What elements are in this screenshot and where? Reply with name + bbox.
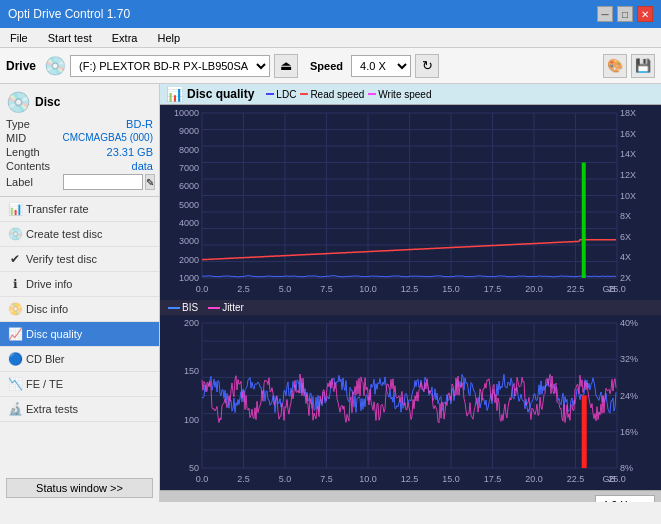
disc-quality-header-icon: 📊 (166, 86, 183, 102)
label-input[interactable] (63, 174, 143, 190)
chart2-legend-bar: BIS Jitter (160, 300, 661, 315)
fe-te-icon: 📉 (8, 377, 22, 391)
ldc-legend-label: LDC (276, 89, 296, 100)
verify-test-disc-icon: ✔ (8, 252, 22, 266)
extra-tests-label: Extra tests (26, 403, 78, 415)
drive-info-icon: ℹ (8, 277, 22, 291)
nav-menu: 📊 Transfer rate 💿 Create test disc ✔ Ver… (0, 197, 159, 474)
drive-icon: 💿 (44, 55, 66, 77)
drive-label: Drive (6, 59, 36, 73)
nav-item-extra-tests[interactable]: 🔬 Extra tests (0, 397, 159, 422)
nav-item-transfer-rate[interactable]: 📊 Transfer rate (0, 197, 159, 222)
minimize-btn[interactable]: ─ (597, 6, 613, 22)
titlebar: Opti Drive Control 1.70 ─ □ ✕ (0, 0, 661, 28)
menu-help[interactable]: Help (151, 31, 186, 45)
disc-quality-label: Disc quality (26, 328, 82, 340)
drive-select[interactable]: (F:) PLEXTOR BD-R PX-LB950SA 1.06 (70, 55, 270, 77)
speed-select-stats[interactable]: 4.0 X (595, 495, 655, 502)
speed-select-toolbar[interactable]: 4.0 X (351, 55, 411, 77)
color-icon-btn[interactable]: 🎨 (603, 54, 627, 78)
mid-val: CMCMAGBA5 (000) (62, 132, 153, 144)
nav-item-disc-info[interactable]: 📀 Disc info (0, 297, 159, 322)
disc-quality-header: 📊 Disc quality LDC Read speed Write spee… (160, 84, 661, 105)
read-speed-legend-label: Read speed (310, 89, 364, 100)
refresh-icon-btn[interactable]: ↻ (415, 54, 439, 78)
menu-extra[interactable]: Extra (106, 31, 144, 45)
bis-legend-label: BIS (182, 302, 198, 313)
nav-item-cd-bler[interactable]: 🔵 CD Bler (0, 347, 159, 372)
create-test-disc-label: Create test disc (26, 228, 102, 240)
type-val: BD-R (126, 118, 153, 130)
label-edit-btn[interactable]: ✎ (145, 174, 155, 190)
speed-label: Speed (310, 60, 343, 72)
transfer-rate-label: Transfer rate (26, 203, 89, 215)
length-val: 23.31 GB (107, 146, 153, 158)
nav-item-fe-te[interactable]: 📉 FE / TE (0, 372, 159, 397)
mid-key: MID (6, 132, 61, 144)
ldc-legend-dot (266, 93, 274, 95)
label-key: Label (6, 176, 61, 188)
fe-te-label: FE / TE (26, 378, 63, 390)
disc-info-label: Disc info (26, 303, 68, 315)
disc-panel-icon: 💿 (6, 90, 31, 114)
save-icon-btn[interactable]: 💾 (631, 54, 655, 78)
transfer-rate-icon: 📊 (8, 202, 22, 216)
menubar: File Start test Extra Help (0, 28, 661, 48)
chart1-container (160, 105, 661, 300)
bis-legend-dot (168, 307, 180, 309)
type-key: Type (6, 118, 61, 130)
toolbar: Drive 💿 (F:) PLEXTOR BD-R PX-LB950SA 1.0… (0, 48, 661, 84)
eject-icon-btn[interactable]: ⏏ (274, 54, 298, 78)
create-test-disc-icon: 💿 (8, 227, 22, 241)
drive-info-label: Drive info (26, 278, 72, 290)
extra-tests-icon: 🔬 (8, 402, 22, 416)
jitter-legend-dot (208, 307, 220, 309)
disc-info-icon: 📀 (8, 302, 22, 316)
read-speed-legend-dot (300, 93, 308, 95)
contents-val: data (132, 160, 153, 172)
status-window-btn[interactable]: Status window >> (6, 478, 153, 498)
chart2-canvas (160, 315, 659, 490)
verify-test-disc-label: Verify test disc (26, 253, 97, 265)
disc-panel: 💿 Disc Type BD-R MID CMCMAGBA5 (000) Len… (0, 84, 159, 197)
nav-item-disc-quality[interactable]: 📈 Disc quality (0, 322, 159, 347)
menu-start-test[interactable]: Start test (42, 31, 98, 45)
write-speed-legend-label: Write speed (378, 89, 431, 100)
jitter-legend-label: Jitter (222, 302, 244, 313)
stats-bar: LDC BIS Avg 113.04 1.79 Max 9383 125 Tot… (160, 490, 661, 502)
menu-file[interactable]: File (4, 31, 34, 45)
cd-bler-label: CD Bler (26, 353, 65, 365)
nav-item-drive-info[interactable]: ℹ Drive info (0, 272, 159, 297)
right-controls: 4.0 X Start full Start part (585, 495, 655, 502)
sidebar: 💿 Disc Type BD-R MID CMCMAGBA5 (000) Len… (0, 84, 160, 502)
chart2-container (160, 315, 661, 490)
disc-panel-title: Disc (35, 95, 60, 109)
close-btn[interactable]: ✕ (637, 6, 653, 22)
length-key: Length (6, 146, 61, 158)
main-content: 📊 Disc quality LDC Read speed Write spee… (160, 84, 661, 502)
nav-item-create-test-disc[interactable]: 💿 Create test disc (0, 222, 159, 247)
titlebar-title: Opti Drive Control 1.70 (8, 7, 130, 21)
disc-quality-icon: 📈 (8, 327, 22, 341)
maximize-btn[interactable]: □ (617, 6, 633, 22)
contents-key: Contents (6, 160, 61, 172)
disc-quality-title: Disc quality (187, 87, 254, 101)
cd-bler-icon: 🔵 (8, 352, 22, 366)
chart1-canvas (160, 105, 659, 300)
write-speed-legend-dot (368, 93, 376, 95)
nav-item-verify-test-disc[interactable]: ✔ Verify test disc (0, 247, 159, 272)
charts-area: BIS Jitter (160, 105, 661, 490)
